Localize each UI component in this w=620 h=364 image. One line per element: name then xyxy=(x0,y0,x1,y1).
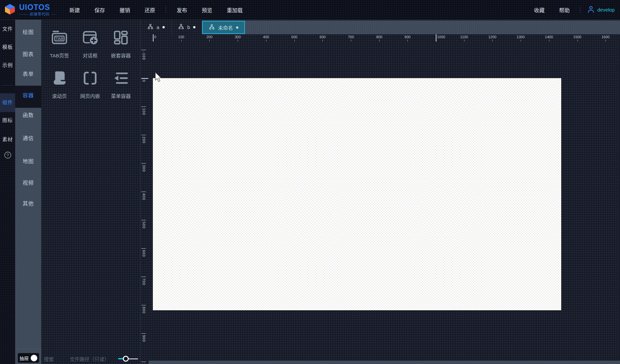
category-item-8[interactable]: 视频 xyxy=(15,176,41,190)
zoom-slider[interactable] xyxy=(118,356,139,362)
category-item-1[interactable]: 绘图 xyxy=(15,26,41,39)
drawer-toggle[interactable]: 抽屉 xyxy=(18,353,39,363)
topbar-menu-item[interactable]: 收藏 xyxy=(527,4,552,16)
ruler-number: 1000 xyxy=(437,35,445,39)
drawer-label: 抽屉 xyxy=(19,355,29,361)
ruler-tick xyxy=(141,248,146,249)
page-tab-未命名[interactable]: 未命名 xyxy=(202,21,245,34)
component-nested-container[interactable]: 嵌套容器 xyxy=(106,28,136,66)
page-tab-a[interactable]: a xyxy=(141,20,172,34)
category-item-6[interactable]: 通信 xyxy=(15,132,41,145)
topbar-menu-item[interactable]: 发布 xyxy=(169,4,194,16)
sidebar-item-4[interactable]: 组件 xyxy=(0,97,15,108)
ruler-number: 1500 xyxy=(573,35,581,39)
ruler-number: 900 xyxy=(404,35,410,39)
vertical-ruler: -10001002003004005006007008009001000 xyxy=(141,34,151,364)
zoom-slider-knob[interactable] xyxy=(123,356,129,362)
topbar-menu-item[interactable]: 新建 xyxy=(62,4,87,16)
ruler-tick xyxy=(464,40,465,42)
sidebar-item-1[interactable]: 文件 xyxy=(0,23,15,35)
category-item-2[interactable]: 图表 xyxy=(15,48,41,61)
search-button[interactable]: 搜索 xyxy=(44,355,54,362)
help-icon[interactable]: ? xyxy=(4,151,12,159)
ruler-tick xyxy=(266,40,266,42)
sitemap-icon xyxy=(147,24,154,31)
ruler-tick xyxy=(141,135,146,135)
ruler-tick xyxy=(141,333,146,334)
category-item-3[interactable]: 表单 xyxy=(15,68,41,81)
category-item-5[interactable]: 函数 xyxy=(15,109,41,122)
topbar-menu-item[interactable]: 保存 xyxy=(87,4,112,16)
drawer-toggle-knob[interactable] xyxy=(31,355,37,361)
topbar-right-divider xyxy=(580,6,580,14)
logo-tagline: 前端零代码 xyxy=(30,13,50,16)
ruler-tick xyxy=(181,40,182,42)
ruler-tick-major xyxy=(153,34,154,42)
svg-text:?: ? xyxy=(7,153,9,158)
topbar-menu-item[interactable]: 撤销 xyxy=(112,4,137,16)
tab-page-icon: TAB xyxy=(51,28,68,47)
ruler-number: 0 xyxy=(142,80,146,82)
component-label: 嵌套容器 xyxy=(111,52,131,59)
component-web-embed[interactable]: 网页内嵌 xyxy=(75,69,105,106)
ruler-tick xyxy=(492,40,493,42)
category-item-9[interactable]: 其他 xyxy=(15,197,41,210)
primary-sidebar: ? 文件模板示例组件图标素材 xyxy=(0,20,15,364)
ruler-tick xyxy=(323,40,323,42)
ruler-tick xyxy=(141,50,146,50)
component-scroll-page[interactable]: 滚动页 xyxy=(44,69,75,106)
design-canvas[interactable] xyxy=(153,78,561,310)
ruler-number: 1400 xyxy=(545,35,553,39)
ruler-tick xyxy=(577,40,578,42)
sitemap-icon xyxy=(178,24,184,31)
ruler-tick xyxy=(141,277,146,277)
unsaved-dot xyxy=(236,26,238,29)
app-logo: UIOTOS 前端零代码 xyxy=(0,3,56,16)
sidebar-item-5[interactable]: 图标 xyxy=(0,115,15,126)
sidebar-item-3[interactable]: 示例 xyxy=(0,60,15,71)
topbar-menu-left: 新建保存撤销还原 xyxy=(62,4,162,16)
component-label: 对话框 xyxy=(83,52,97,59)
topbar-menu-item[interactable]: 帮助 xyxy=(552,4,577,16)
ruler-number: 100 xyxy=(142,108,146,115)
logo-cube-icon xyxy=(4,3,16,16)
ruler-tick xyxy=(238,40,238,42)
user-account[interactable]: develop xyxy=(587,5,615,15)
primary-sidebar-divider xyxy=(2,85,13,85)
component-menu-container[interactable]: 菜单容器 xyxy=(106,69,136,106)
zoom-slider-track xyxy=(129,358,138,359)
dialog-icon xyxy=(82,28,99,47)
ruler-tick xyxy=(141,163,146,164)
ruler-number: 600 xyxy=(142,250,146,257)
page-tab-b[interactable]: b xyxy=(172,20,202,34)
topbar-menu-item[interactable]: 重加载 xyxy=(220,4,250,16)
ruler-tick xyxy=(209,40,210,42)
ruler-tick xyxy=(351,40,351,42)
tagline-dash-left xyxy=(19,14,28,15)
secondary-sidebar: 绘图图表表单容器函数通信地图视频其他 xyxy=(15,20,41,364)
ruler-number: 500 xyxy=(291,35,297,39)
ruler-number: 1100 xyxy=(460,35,468,39)
sidebar-item-2[interactable]: 模板 xyxy=(0,42,15,53)
topbar-menu-right: 收藏帮助 xyxy=(527,4,577,16)
component-tab-page[interactable]: TABTAB页签 xyxy=(44,28,75,66)
sidebar-item-6[interactable]: 素材 xyxy=(0,134,15,145)
ruler-tick xyxy=(521,40,521,42)
component-dialog[interactable]: 对话框 xyxy=(75,28,105,66)
ruler-number: 600 xyxy=(320,35,326,39)
category-item-4[interactable]: 容器 xyxy=(15,89,41,102)
user-icon xyxy=(587,5,595,15)
ruler-tick xyxy=(141,106,146,107)
topbar-menu-item[interactable]: 预览 xyxy=(194,4,220,16)
topbar-menu-item[interactable]: 还原 xyxy=(137,4,162,16)
ruler-tick xyxy=(294,40,295,42)
ruler-tick xyxy=(141,78,148,79)
ruler-tick-major xyxy=(436,34,436,42)
file-path-label: 文件路径（只读） xyxy=(70,355,109,362)
ruler-number: 300 xyxy=(142,165,146,172)
category-item-7[interactable]: 地图 xyxy=(15,155,41,168)
component-label: TAB页签 xyxy=(50,52,69,59)
ruler-tick xyxy=(141,220,146,220)
ruler-number: 0 xyxy=(154,35,156,39)
ruler-number: -100 xyxy=(142,51,146,60)
